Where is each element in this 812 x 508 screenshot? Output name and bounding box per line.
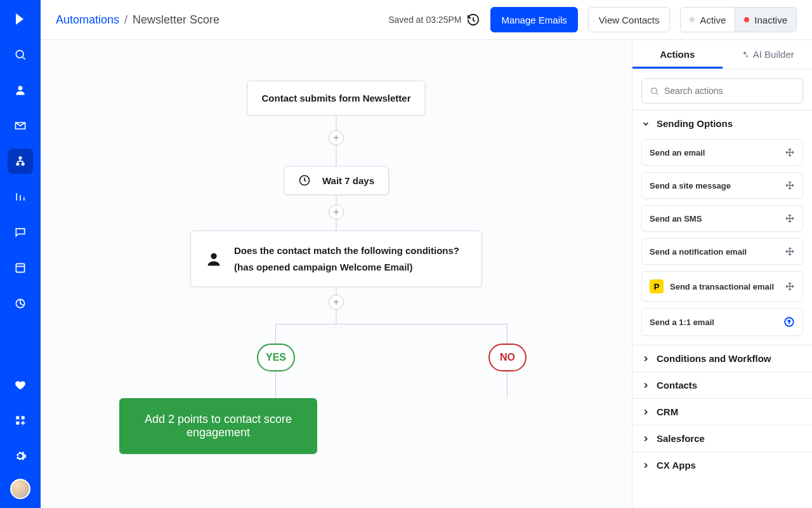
- svg-point-0: [16, 50, 23, 58]
- postmark-badge: P: [650, 279, 664, 293]
- status-active[interactable]: Active: [681, 8, 735, 32]
- avatar[interactable]: [10, 479, 30, 499]
- svg-rect-5: [16, 264, 24, 272]
- settings-icon[interactable]: [8, 443, 33, 469]
- upgrade-icon: [783, 316, 795, 328]
- chevron-down-icon: [641, 119, 650, 128]
- search-icon[interactable]: [8, 42, 33, 67]
- chevron-right-icon: [641, 461, 650, 470]
- node-action-addpoints[interactable]: Add 2 points to contact score engagement: [119, 398, 317, 454]
- node-trigger-label: Contact submits form Newsletter: [261, 93, 410, 104]
- view-contacts-button[interactable]: View Contacts: [588, 7, 671, 32]
- svg-point-1: [18, 86, 23, 90]
- chevron-right-icon: [641, 408, 650, 417]
- condition-line1: Does the contact match the following con…: [234, 243, 459, 259]
- saved-text: Saved at 03:25PM: [388, 15, 461, 25]
- node-condition[interactable]: Does the contact match the following con…: [190, 231, 482, 287]
- apps-icon[interactable]: [8, 408, 33, 433]
- chevron-right-icon: [641, 354, 650, 363]
- svg-rect-8: [22, 416, 25, 419]
- sparkle-icon: [740, 50, 749, 59]
- breadcrumb-root[interactable]: Automations: [56, 13, 119, 27]
- condition-line2: (has opened campaign Welcome Email): [234, 259, 459, 276]
- action-send-email[interactable]: Send an email: [641, 139, 803, 166]
- svg-rect-3: [16, 163, 19, 166]
- drag-icon: [785, 180, 795, 190]
- chevron-right-icon: [641, 434, 650, 443]
- node-wait[interactable]: Wait 7 days: [284, 166, 389, 195]
- logo[interactable]: [8, 6, 33, 32]
- node-action-label: Add 2 points to contact score engagement: [136, 413, 300, 439]
- svg-rect-4: [22, 163, 25, 166]
- group-cxapps[interactable]: CX Apps: [632, 452, 812, 478]
- campaigns-icon[interactable]: [8, 113, 33, 138]
- reports-icon[interactable]: [8, 291, 33, 316]
- deals-icon[interactable]: [8, 184, 33, 210]
- lists-icon[interactable]: [8, 255, 33, 281]
- header: Automations / Newsletter Score Saved at …: [41, 0, 812, 40]
- clock-icon: [298, 174, 311, 187]
- add-step-2[interactable]: +: [329, 204, 344, 220]
- actions-panel: Actions AI Builder Sending Options: [632, 40, 812, 508]
- svg-rect-7: [16, 416, 19, 419]
- add-step-3[interactable]: +: [329, 295, 344, 310]
- action-send-1to1[interactable]: Send a 1:1 email: [641, 308, 803, 336]
- conversations-icon[interactable]: [8, 220, 33, 245]
- branch-yes[interactable]: YES: [257, 344, 295, 371]
- automation-canvas[interactable]: + + + Contact submits form Newsletter: [41, 40, 632, 508]
- search-actions[interactable]: [641, 78, 803, 104]
- group-salesforce[interactable]: Salesforce: [632, 425, 812, 451]
- node-wait-label: Wait 7 days: [322, 175, 374, 186]
- search-input[interactable]: [664, 86, 795, 96]
- action-send-transactional[interactable]: P Send a transactional email: [641, 271, 803, 302]
- svg-point-11: [211, 253, 216, 258]
- breadcrumb-sep: /: [124, 13, 128, 27]
- person-icon: [205, 250, 223, 268]
- contacts-icon[interactable]: [8, 77, 33, 103]
- group-conditions[interactable]: Conditions and Workflow: [632, 345, 812, 371]
- action-send-notification[interactable]: Send a notification email: [641, 238, 803, 265]
- drag-icon: [785, 147, 795, 157]
- svg-rect-9: [16, 422, 19, 425]
- chevron-right-icon: [641, 381, 650, 390]
- page-title: Newsletter Score: [133, 13, 219, 27]
- sidebar-nav: [0, 0, 41, 508]
- status-toggle: Active Inactive: [680, 7, 797, 32]
- history-icon[interactable]: [466, 13, 480, 27]
- action-send-sms[interactable]: Send an SMS: [641, 205, 803, 232]
- group-sending-options: Sending Options Send an email Send a sit…: [632, 110, 812, 345]
- automations-icon[interactable]: [8, 149, 33, 174]
- drag-icon: [785, 281, 795, 291]
- add-step-1[interactable]: +: [329, 130, 344, 145]
- saved-status: Saved at 03:25PM: [388, 13, 480, 27]
- breadcrumb: Automations / Newsletter Score: [56, 13, 219, 27]
- drag-icon: [785, 213, 795, 224]
- manage-emails-button[interactable]: Manage Emails: [490, 7, 577, 32]
- favorites-icon[interactable]: [8, 372, 33, 398]
- action-send-site-message[interactable]: Send a site message: [641, 172, 803, 199]
- tab-ai-builder[interactable]: AI Builder: [723, 40, 813, 69]
- group-contacts[interactable]: Contacts: [632, 372, 812, 398]
- status-inactive[interactable]: Inactive: [735, 8, 796, 32]
- search-icon: [650, 86, 659, 96]
- svg-point-12: [652, 88, 657, 93]
- group-sending-header[interactable]: Sending Options: [632, 110, 812, 137]
- group-crm[interactable]: CRM: [632, 399, 812, 425]
- tab-actions[interactable]: Actions: [632, 40, 723, 69]
- svg-rect-2: [19, 157, 22, 159]
- branch-no[interactable]: NO: [488, 344, 527, 371]
- drag-icon: [785, 246, 795, 257]
- node-trigger[interactable]: Contact submits form Newsletter: [247, 81, 425, 116]
